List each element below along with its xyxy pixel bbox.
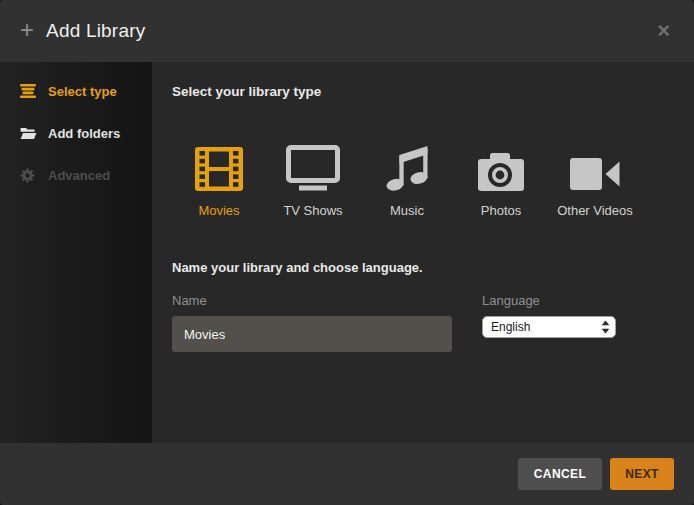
select-type-heading: Select your library type <box>172 84 674 99</box>
folder-icon <box>20 127 42 140</box>
library-type-music[interactable]: Music <box>360 143 454 218</box>
list-icon <box>20 84 42 98</box>
sidebar-item-label: Advanced <box>48 168 110 183</box>
sidebar-item-label: Add folders <box>48 126 120 141</box>
main-panel: Select your library type <box>152 62 694 443</box>
library-type-label: TV Shows <box>283 203 342 218</box>
language-select-value: English <box>491 320 601 334</box>
music-note-icon <box>386 143 428 191</box>
gear-icon <box>20 168 42 183</box>
library-type-label: Movies <box>198 203 239 218</box>
language-select[interactable]: English <box>482 316 616 338</box>
sidebar-item-select-type[interactable]: Select type <box>0 70 152 112</box>
add-library-dialog: + Add Library × Select type <box>0 0 694 505</box>
dialog-footer: CANCEL NEXT <box>0 443 694 505</box>
sidebar-item-label: Select type <box>48 84 117 99</box>
library-type-label: Other Videos <box>557 203 633 218</box>
name-field-group: Name <box>172 293 452 352</box>
language-field-group: Language English <box>482 293 616 352</box>
dialog-title: Add Library <box>46 20 145 42</box>
dialog-header: + Add Library × <box>0 0 694 62</box>
library-type-tv-shows[interactable]: TV Shows <box>266 143 360 218</box>
library-type-list: Movies TV Shows <box>172 143 674 218</box>
next-button[interactable]: NEXT <box>610 458 674 490</box>
wizard-steps-sidebar: Select type Add folders <box>0 62 152 443</box>
tv-icon <box>286 143 340 191</box>
library-type-other-videos[interactable]: Other Videos <box>548 143 642 218</box>
cancel-button[interactable]: CANCEL <box>518 458 602 490</box>
video-camera-icon <box>570 143 620 191</box>
name-field-label: Name <box>172 293 452 308</box>
select-stepper-icon <box>601 320 610 334</box>
camera-icon <box>478 143 524 191</box>
name-language-heading: Name your library and choose language. <box>172 260 674 275</box>
library-type-label: Music <box>390 203 424 218</box>
close-icon[interactable]: × <box>653 18 674 44</box>
library-name-input[interactable] <box>172 316 452 352</box>
film-strip-icon <box>195 143 243 191</box>
sidebar-item-add-folders[interactable]: Add folders <box>0 112 152 154</box>
sidebar-item-advanced[interactable]: Advanced <box>0 154 152 196</box>
library-type-movies[interactable]: Movies <box>172 143 266 218</box>
language-field-label: Language <box>482 293 616 308</box>
plus-icon: + <box>20 18 34 42</box>
library-type-label: Photos <box>481 203 521 218</box>
library-type-photos[interactable]: Photos <box>454 143 548 218</box>
name-language-form: Name Language English <box>172 293 674 352</box>
